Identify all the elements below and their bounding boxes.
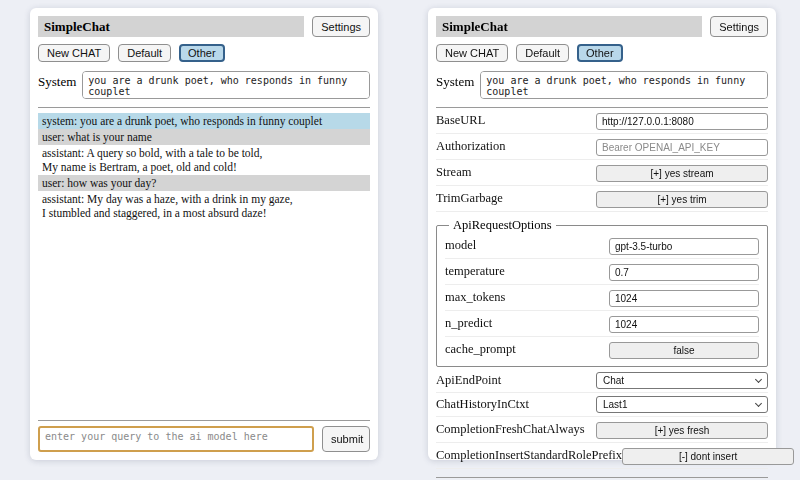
chat-message-assistant: assistant: My day was a haze, with a dri… [38,191,370,221]
setting-label: ApiEndPoint [436,373,501,388]
setting-row-completion-fresh-chat: CompletionFreshChatAlways [+] yes fresh [436,417,768,443]
tab-other[interactable]: Other [179,44,225,62]
chat-message-system: system: you are a drunk poet, who respon… [38,113,370,129]
chat-message-assistant: assistant: A query so bold, with a tale … [38,145,370,175]
trimgarbage-toggle-button[interactable]: [+] yes trim [596,191,768,208]
completion-fresh-chat-toggle-button[interactable]: [+] yes fresh [596,422,768,439]
divider [38,420,370,421]
query-bar: submit [38,426,370,452]
setting-row-completion-insert-role-prefix: CompletionInsertStandardRolePrefix [-] d… [436,443,768,469]
temperature-input[interactable] [609,264,759,281]
divider [436,477,768,478]
tab-default[interactable]: Default [118,44,171,62]
group-legend: ApiRequestOptions [449,218,556,233]
app-title: SimpleChat [38,16,304,37]
chat-message-user: user: how was your day? [38,175,370,191]
header: SimpleChat Settings [38,16,370,37]
system-prompt-row: System you are a drunk poet, who respond… [38,71,370,99]
setting-label: TrimGarbage [436,191,503,206]
tab-default[interactable]: Default [516,44,569,62]
settings-button[interactable]: Settings [312,16,370,37]
submit-button[interactable]: submit [322,426,370,452]
setting-label: BaseURL [436,113,485,128]
setting-label: model [445,238,476,253]
api-request-options-group: ApiRequestOptions model temperature max_… [436,218,768,367]
setting-label: cache_prompt [445,342,516,357]
system-prompt-input[interactable]: you are a drunk poet, who responds in fu… [82,71,370,99]
page-background: { "colors": { "page_bg": "#edeff5", "tit… [0,0,800,480]
setting-row-n-predict: n_predict [445,311,759,337]
header: SimpleChat Settings [436,16,768,37]
selected-option: Last1 [603,399,627,410]
selected-option: Chat [603,375,624,386]
setting-row-chat-history-in-ctxt: ChatHistoryInCtxt Last1 [436,393,768,417]
model-input[interactable] [609,238,759,255]
n-predict-input[interactable] [609,316,759,333]
new-chat-button[interactable]: New CHAT [38,44,110,62]
setting-label: CompletionInsertStandardRolePrefix [436,448,622,463]
cache-prompt-toggle-button[interactable]: false [609,342,759,359]
setting-row-cache-prompt: cache_prompt false [445,337,759,362]
setting-label: Authorization [436,139,505,154]
settings-button[interactable]: Settings [710,16,768,37]
session-tabs: New CHAT Default Other [436,44,768,62]
chat-window: SimpleChat Settings New CHAT Default Oth… [30,8,378,460]
stream-toggle-button[interactable]: [+] yes stream [596,165,768,182]
setting-label: CompletionFreshChatAlways [436,422,585,437]
chat-log: system: you are a drunk poet, who respon… [38,113,370,221]
two-window-layout: SimpleChat Settings New CHAT Default Oth… [0,0,800,460]
setting-row-trimgarbage: TrimGarbage [+] yes trim [436,186,768,212]
setting-row-temperature: temperature [445,259,759,285]
setting-row-api-endpoint: ApiEndPoint Chat [436,369,768,393]
setting-row-baseurl: BaseURL [436,108,768,134]
new-chat-button[interactable]: New CHAT [436,44,508,62]
insert-role-prefix-toggle-button[interactable]: [-] dont insert [622,448,794,465]
app-title: SimpleChat [436,16,702,37]
setting-row-model: model [445,233,759,259]
system-prompt-input[interactable]: you are a drunk poet, who responds in fu… [480,71,768,99]
system-label: System [436,71,474,90]
chat-message-user: user: what is your name [38,129,370,145]
chevron-down-icon [755,400,762,407]
chat-history-select[interactable]: Last1 [596,396,768,413]
setting-row-max-tokens: max_tokens [445,285,759,311]
spacer [38,221,370,412]
authorization-input[interactable] [596,139,768,156]
tab-other[interactable]: Other [577,44,623,62]
setting-label: max_tokens [445,290,505,305]
divider [38,107,370,108]
system-label: System [38,71,76,90]
system-prompt-row: System you are a drunk poet, who respond… [436,71,768,99]
setting-label: temperature [445,264,505,279]
setting-row-stream: Stream [+] yes stream [436,160,768,186]
max-tokens-input[interactable] [609,290,759,307]
query-input[interactable] [38,426,314,452]
api-endpoint-select[interactable]: Chat [596,372,768,389]
session-tabs: New CHAT Default Other [38,44,370,62]
settings-window: SimpleChat Settings New CHAT Default Oth… [428,8,776,460]
setting-row-authorization: Authorization [436,134,768,160]
baseurl-input[interactable] [596,113,768,130]
setting-label: ChatHistoryInCtxt [436,397,529,412]
setting-label: Stream [436,165,471,180]
chevron-down-icon [755,376,762,383]
setting-label: n_predict [445,316,492,331]
